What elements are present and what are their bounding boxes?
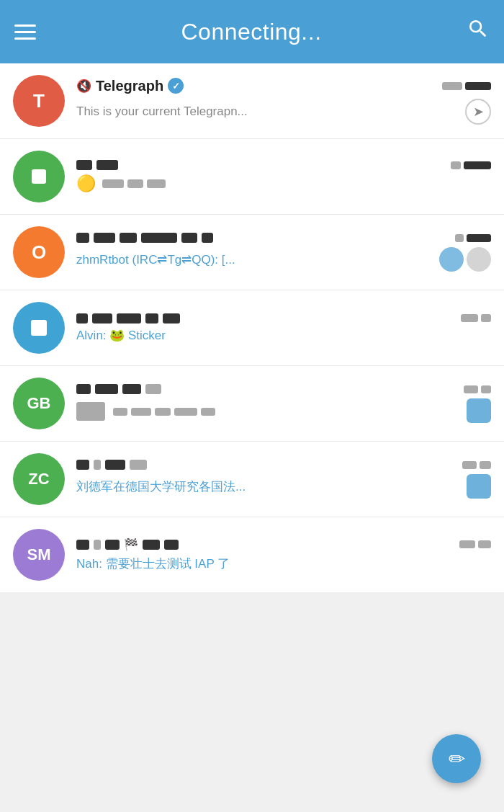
- chat-header: 🔇 Telegraph ✓: [76, 78, 491, 94]
- compose-icon: ✏: [449, 747, 465, 771]
- chat-preview-7: Nah: 需要壮士去测试 IAP 了: [76, 557, 230, 571]
- chat-item-7[interactable]: SM 🏁 Nah: 需要壮士去测试 IAP 了: [0, 517, 504, 592]
- search-button[interactable]: [467, 17, 490, 46]
- chat-item-telegraph[interactable]: T 🔇 Telegraph ✓ This is: [0, 63, 504, 139]
- avatar-6: ZC: [13, 453, 65, 505]
- chat-content-5: [76, 384, 491, 423]
- compose-fab[interactable]: ✏: [432, 734, 481, 783]
- chat-preview-3: zhmRtbot (IRC⇌Tg⇌QQ): [...: [76, 252, 235, 267]
- chat-content-3: zhmRtbot (IRC⇌Tg⇌QQ): [...: [76, 233, 491, 272]
- chat-header-4: [76, 313, 491, 324]
- chat-item-4[interactable]: Alvin: 🐸 Sticker: [0, 290, 504, 366]
- right-section-telegraph: [442, 82, 491, 90]
- avatar-3: O: [13, 226, 65, 278]
- chat-content-6: 刘德军在德国大学研究各国法...: [76, 460, 491, 499]
- chat-content-2: 🟡: [76, 160, 491, 193]
- chat-item-3[interactable]: O zhmRtbot (IRC⇌Tg⇌QQ): [...: [0, 215, 504, 290]
- chat-item-2[interactable]: 🟡: [0, 139, 504, 215]
- topbar: Connecting...: [0, 0, 504, 63]
- avatar-7: SM: [13, 529, 65, 581]
- chat-list: T 🔇 Telegraph ✓ This is: [0, 63, 504, 592]
- chat-content-7: 🏁 Nah: 需要壮士去测试 IAP 了: [76, 537, 491, 572]
- chat-content-telegraph: 🔇 Telegraph ✓ This is your current Teleg…: [76, 78, 491, 125]
- chat-header-6: [76, 460, 491, 470]
- chat-header-7: 🏁: [76, 537, 491, 551]
- chat-item-6[interactable]: ZC 刘德军在德国大学研究各国法...: [0, 442, 504, 517]
- menu-button[interactable]: [14, 24, 36, 40]
- chat-header-3: [76, 233, 491, 243]
- verified-badge: ✓: [168, 78, 184, 94]
- mute-icon: 🔇: [76, 79, 91, 94]
- avatar-telegraph: T: [13, 75, 65, 127]
- bot-icon: [439, 247, 464, 272]
- avatar-text: T: [33, 90, 45, 112]
- avatar-4: [13, 302, 65, 354]
- chat-preview-4: Alvin: 🐸 Sticker: [76, 329, 166, 342]
- chat-preview-6: 刘德军在德国大学研究各国法...: [76, 478, 246, 495]
- topbar-title: Connecting...: [181, 19, 321, 45]
- avatar-5: GB: [13, 378, 65, 429]
- forward-icon: ➤: [465, 99, 491, 125]
- avatar-2: [13, 151, 65, 202]
- chat-content-4: Alvin: 🐸 Sticker: [76, 313, 491, 343]
- chat-item-5[interactable]: GB: [0, 366, 504, 442]
- chat-preview-telegraph: This is your current Telegrapn...: [76, 104, 248, 119]
- chat-name-telegraph: 🔇 Telegraph ✓: [76, 78, 184, 94]
- badge-6: [467, 474, 491, 499]
- chat-header-5: [76, 384, 491, 394]
- chat-header-2: [76, 160, 491, 170]
- badge-5: [467, 398, 491, 423]
